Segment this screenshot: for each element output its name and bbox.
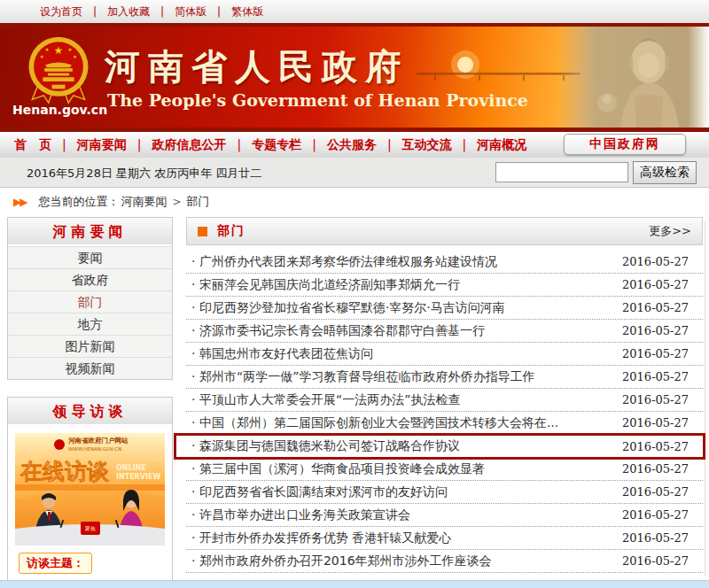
main-nav: 中国政府网 首 页河南要闻政府信息公开专题专栏公共服务互动交流河南概况 — [0, 132, 709, 158]
search-input[interactable] — [495, 162, 628, 182]
news-date: 2016-05-27 — [622, 347, 689, 360]
news-date: 2016-05-27 — [622, 278, 689, 291]
news-row: 中国（郑州）第二届国际创新创业大会暨跨国技术转移大会将在... 2016-05-… — [186, 412, 703, 435]
news-row: 济源市委书记宗长青会晤韩国漆谷郡郡守白善基一行 2016-05-27 — [186, 320, 703, 343]
news-title-link[interactable]: 郑州市政府外侨办召开2016年郑州市涉外工作座谈会 — [191, 553, 613, 569]
news-date: 2016-05-27 — [622, 301, 689, 314]
date-text: 2016年5月28日 星期六 农历丙申年 四月廿二 — [27, 166, 261, 182]
news-row: 郑州市“两学一做”学习教育督导组莅临市政府外侨办指导工作 2016-05-27 — [186, 366, 703, 389]
news-title-link[interactable]: 中国（郑州）第二届国际创新创业大会暨跨国技术转移大会将在... — [191, 415, 613, 431]
section-title: 部门 — [217, 223, 245, 239]
news-row: 平顶山市人大常委会开展“一法两办法”执法检查 2016-05-27 — [186, 389, 703, 412]
news-date: 2016-05-27 — [622, 508, 689, 522]
news-title-link[interactable]: 广州侨办代表团来郑考察华侨法律维权服务站建设情况 — [191, 254, 613, 270]
date-bar: 2016年5月28日 星期六 农历丙申年 四月廿二 高级检索 — [0, 158, 709, 188]
banner-subtitle: The People's Government of Henan Provinc… — [107, 90, 528, 110]
svg-text:★: ★ — [68, 47, 73, 52]
news-list: 广州侨办代表团来郑考察华侨法律维权服务站建设情况 2016-05-27 宋丽萍会… — [186, 251, 703, 573]
content-right-rule — [705, 221, 705, 576]
banner-title: 河南省人民政府 — [105, 43, 409, 91]
svg-text:★: ★ — [73, 54, 77, 59]
nav-item[interactable]: 公共服务 — [301, 137, 377, 153]
news-date: 2016-05-27 — [622, 416, 689, 429]
news-date: 2016-05-27 — [622, 255, 689, 268]
orange-square-icon — [198, 227, 207, 236]
svg-text:INTERVIEW: INTERVIEW — [116, 473, 160, 481]
news-row: 郑州市政府外侨办召开2016年郑州市涉外工作座谈会 2016-05-27 — [186, 550, 703, 573]
sidebar-item[interactable]: 地方 — [8, 313, 172, 335]
news-title-link[interactable]: 第三届中国（漯河）华商食品项目投资峰会成效显著 — [191, 461, 613, 477]
more-link[interactable]: 更多>> — [649, 223, 691, 239]
news-title-link[interactable]: 韩国忠州市友好代表团莅焦访问 — [191, 346, 613, 362]
gov-site-button[interactable]: 中国政府网 — [564, 134, 686, 155]
interview-title: 领导访谈 — [8, 398, 172, 426]
breadcrumb-link[interactable]: 部门 — [167, 194, 209, 210]
news-row: 宋丽萍会见韩国庆尚北道经济副知事郑炳允一行 2016-05-27 — [186, 274, 703, 297]
news-row: 森源集团与德国魏德米勒公司签订战略合作协议 2016-05-27 — [174, 433, 705, 460]
section-header: 部门 更多>> — [186, 217, 703, 245]
news-title-link[interactable]: 许昌市举办进出口业务海关政策宣讲会 — [191, 507, 613, 523]
news-date: 2016-05-27 — [622, 370, 689, 383]
news-date: 2016-05-27 — [622, 393, 689, 406]
news-row: 开封市外侨办发挥侨务优势 香港轩辕又献爱心 2016-05-27 — [186, 527, 703, 550]
news-title-link[interactable]: 济源市委书记宗长青会晤韩国漆谷郡郡守白善基一行 — [191, 323, 613, 339]
svg-text:ONLINE: ONLINE — [116, 464, 146, 472]
sidebar-item[interactable]: 视频新闻 — [8, 357, 172, 379]
news-row: 韩国忠州市友好代表团莅焦访问 2016-05-27 — [186, 343, 703, 366]
interview-photo[interactable]: 河南省政府门户网站 WWW.HENAN.GOV.CN 在线访谈 ONLINE I… — [15, 433, 165, 545]
topbar-link[interactable]: 简体版 — [150, 4, 206, 19]
topic-label: 访谈主题： — [19, 553, 92, 574]
news-title-link[interactable]: 印尼西努沙登加拉省省长穆罕默德·宰努尔·马吉访问河南 — [191, 300, 613, 316]
svg-text:★: ★ — [40, 54, 44, 59]
svg-text:河南省政府门户网站: 河南省政府门户网站 — [67, 437, 129, 445]
news-title-link[interactable]: 宋丽萍会见韩国庆尚北道经济副知事郑炳允一行 — [191, 277, 613, 293]
news-date: 2016-05-27 — [622, 440, 689, 453]
nav-item[interactable]: 政府信息公开 — [127, 137, 227, 153]
breadcrumb: ▶▶ 您当前的位置： 河南要闻部门 — [0, 188, 709, 216]
nav-item[interactable]: 首 页 — [14, 137, 51, 153]
sidebar-item[interactable]: 省政府 — [8, 268, 172, 290]
svg-text:WWW.HENAN.GOV.CN: WWW.HENAN.GOV.CN — [68, 446, 121, 452]
page-root: { "topbar": { "links": ["设为首页", "加入收藏", … — [0, 0, 709, 588]
news-date: 2016-05-27 — [622, 462, 689, 476]
sidebar-menu-title: 河南要闻 — [8, 218, 172, 246]
sidebar-item[interactable]: 部门 — [8, 290, 172, 313]
news-row: 印尼西努沙登加拉省省长穆罕默德·宰努尔·马吉访问河南 2016-05-27 — [186, 297, 703, 320]
news-date: 2016-05-27 — [622, 531, 689, 545]
breadcrumb-trail: 河南要闻部门 — [121, 194, 209, 210]
nav-item[interactable]: 河南概况 — [452, 137, 527, 153]
topbar-link[interactable]: 设为首页 — [40, 4, 82, 19]
breadcrumb-prefix: 您当前的位置： — [38, 194, 119, 210]
news-row: 印尼西努省省长圆满结束对漯河市的友好访问 2016-05-27 — [186, 481, 703, 504]
svg-text:★: ★ — [44, 47, 49, 52]
news-title-link[interactable]: 开封市外侨办发挥侨务优势 香港轩辕又献爱心 — [191, 530, 613, 546]
nav-item[interactable]: 互动交流 — [377, 137, 452, 153]
topbar-link[interactable]: 繁体版 — [206, 4, 263, 19]
news-date: 2016-05-27 — [622, 485, 689, 499]
advanced-search-button[interactable]: 高级检索 — [633, 161, 697, 184]
breadcrumb-link[interactable]: 河南要闻 — [121, 194, 167, 210]
banner-scenery-image — [417, 27, 709, 128]
nav-item[interactable]: 专题专栏 — [226, 137, 301, 153]
sidebar-item[interactable]: 要闻 — [8, 246, 172, 268]
news-date: 2016-05-27 — [622, 324, 689, 337]
national-emblem-icon: ★ ★ ★ ★ ★ — [19, 34, 97, 104]
sidebar-menu: 河南要闻 要闻省政府部门地方图片新闻视频新闻 — [7, 217, 173, 380]
sidebar-menu-items: 要闻省政府部门地方图片新闻视频新闻 — [8, 246, 172, 379]
topbar-link[interactable]: 加入收藏 — [82, 4, 150, 19]
news-row: 许昌市举办进出口业务海关政策宣讲会 2016-05-27 — [186, 504, 703, 527]
footer-edge — [0, 580, 709, 588]
news-row: 广州侨办代表团来郑考察华侨法律维权服务站建设情况 2016-05-27 — [186, 251, 703, 274]
nav-item[interactable]: 河南要闻 — [51, 137, 127, 153]
news-title-link[interactable]: 平顶山市人大常委会开展“一法两办法”执法检查 — [191, 392, 613, 408]
interview-panel: 领导访谈 河南省政府门户网站 WWW.HENAN.GOV.CN 在线访谈 ONL… — [7, 397, 173, 588]
topbar: 设为首页加入收藏简体版繁体版 — [0, 0, 709, 23]
sidebar-item[interactable]: 图片新闻 — [8, 335, 172, 357]
double-arrow-icon: ▶▶ — [13, 196, 26, 208]
news-title-link[interactable]: 郑州市“两学一做”学习教育督导组莅临市政府外侨办指导工作 — [191, 369, 613, 385]
news-title-link[interactable]: 印尼西努省省长圆满结束对漯河市的友好访问 — [191, 484, 613, 500]
svg-text:在线访谈: 在线访谈 — [19, 459, 110, 484]
header-banner: ★ ★ ★ ★ ★ Henan.gov.cn 河南省人民政府 The Peopl… — [0, 27, 709, 128]
news-row: 第三届中国（漯河）华商食品项目投资峰会成效显著 2016-05-27 — [186, 458, 703, 481]
news-title-link[interactable]: 森源集团与德国魏德米勒公司签订战略合作协议 — [191, 438, 613, 454]
